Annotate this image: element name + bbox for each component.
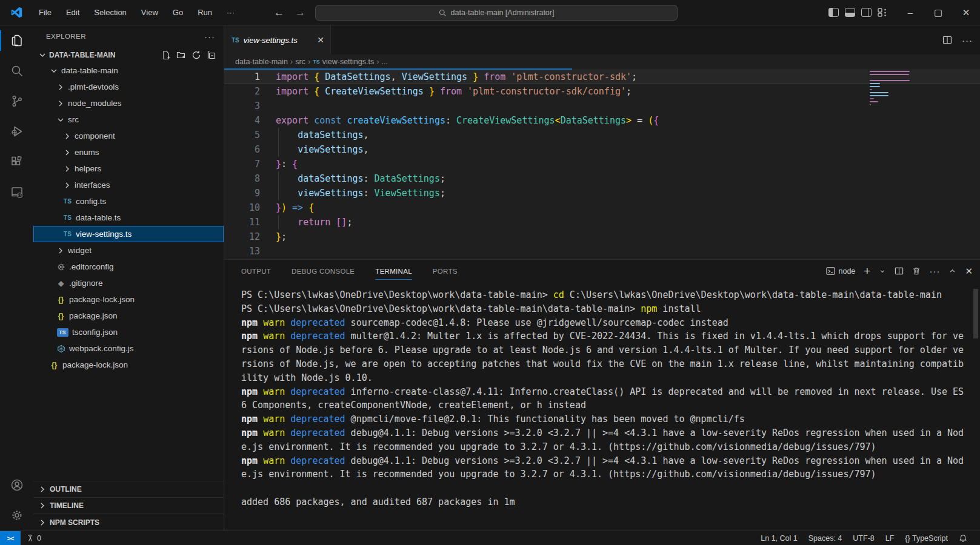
activity-explorer-icon[interactable] [0, 25, 33, 56]
toggle-sidebar-icon[interactable] [828, 8, 839, 17]
menu-run[interactable]: Run [192, 5, 218, 20]
tree-item-node-modules[interactable]: node_modules [33, 95, 224, 111]
maximize-button[interactable]: ▢ [924, 0, 952, 25]
collapse-all-icon[interactable] [207, 50, 216, 60]
explorer-more-icon[interactable]: ··· [204, 31, 215, 42]
tree-item-data-table-main[interactable]: data-table-main [33, 62, 224, 79]
tree-item-package-lock-json[interactable]: {}package-lock.json [33, 357, 224, 373]
editor-more-icon[interactable]: ··· [962, 35, 973, 45]
status-spaces-4[interactable]: Spaces: 4 [803, 531, 848, 545]
activity-extensions-icon[interactable] [0, 147, 33, 177]
tree-item-webpack-config-js[interactable]: webpack.config.js [33, 340, 224, 357]
terminal-scrollbar[interactable] [973, 289, 978, 339]
nav-back-button[interactable]: ← [274, 7, 284, 19]
maximize-panel-chevron-up-icon[interactable] [948, 267, 956, 275]
menu-selection[interactable]: Selection [88, 5, 132, 20]
menu-file[interactable]: File [33, 5, 58, 20]
close-button[interactable]: ✕ [952, 0, 980, 25]
code-editor[interactable]: 1import { DataSettings, ViewSettings } f… [224, 68, 980, 259]
line-number: 10 [224, 200, 276, 215]
panel-tab-terminal[interactable]: TERMINAL [375, 260, 412, 282]
new-folder-icon[interactable] [176, 50, 186, 60]
search-icon [439, 9, 447, 17]
json-file-icon: {} [55, 312, 67, 320]
nav-forward-button[interactable]: → [295, 7, 305, 19]
menu-go[interactable]: Go [167, 5, 189, 20]
section-timeline[interactable]: TIMELINE [33, 498, 224, 514]
panel-more-icon[interactable]: ··· [929, 266, 940, 276]
line-number: 13 [224, 244, 276, 259]
close-panel-icon[interactable]: ✕ [965, 266, 973, 277]
status-utf-8[interactable]: UTF-8 [847, 531, 879, 545]
tab-close-icon[interactable]: ✕ [317, 35, 324, 45]
code-line: 10}) => { [224, 200, 980, 215]
tree-item--editorconfig[interactable]: .editorconfig [33, 259, 224, 275]
panel-tab-output[interactable]: OUTPUT [241, 260, 271, 282]
chevron-right-icon [55, 99, 65, 108]
split-terminal-icon[interactable] [895, 266, 904, 276]
editor-progress-bar [224, 68, 572, 70]
tree-item-tsconfig-json[interactable]: TStsconfig.json [33, 324, 224, 340]
refresh-icon[interactable] [192, 50, 201, 60]
terminal-line: npm warn deprecated inferno-create-class… [241, 385, 980, 399]
section-npm-scripts[interactable]: NPM SCRIPTS [33, 514, 224, 530]
new-terminal-icon[interactable]: + [864, 265, 870, 278]
panel-tab-ports[interactable]: PORTS [433, 260, 458, 282]
terminal-line: PS C:\Users\lwkas\OneDrive\Desktop\work\… [241, 288, 980, 302]
tree-item-component[interactable]: component [33, 128, 224, 144]
activity-settings-gear-icon[interactable] [0, 500, 33, 530]
code-content: import { CreateViewSettings } from 'plmt… [276, 84, 632, 99]
command-center-search[interactable]: data-table-main [Administrator] [315, 5, 678, 21]
tree-item-src[interactable]: src [33, 111, 224, 128]
tree-item-package-json[interactable]: {}package.json [33, 308, 224, 324]
section-outline[interactable]: OUTLINE [33, 481, 224, 498]
activity-source-control-icon[interactable] [0, 86, 33, 116]
tree-item--plmt-devtools[interactable]: .plmt-devtools [33, 79, 224, 95]
code-line: 2import { CreateViewSettings } from 'plm… [224, 84, 980, 99]
notifications-bell-icon[interactable] [953, 531, 973, 545]
remote-indicator[interactable]: >< [0, 531, 21, 545]
breadcrumb-item[interactable]: view-settings.ts [322, 58, 374, 66]
terminal-instance[interactable]: node [826, 266, 856, 276]
minimap[interactable] [870, 71, 912, 110]
toggle-panel-icon[interactable] [845, 8, 855, 17]
ports-indicator[interactable]: 0 [21, 531, 47, 545]
tree-item-data-table-ts[interactable]: TSdata-table.ts [33, 210, 224, 226]
breadcrumb-item[interactable]: data-table-main [235, 58, 288, 66]
panel-tab-debug-console[interactable]: DEBUG CONSOLE [292, 260, 355, 282]
chevron-down-icon[interactable] [879, 268, 886, 275]
activity-run-debug-icon[interactable] [0, 116, 33, 147]
tab-view-settings[interactable]: TS view-settings.ts ✕ [224, 25, 331, 54]
terminal-output[interactable]: PS C:\Users\lwkas\OneDrive\Desktop\work\… [224, 282, 980, 530]
breadcrumb-item[interactable]: src [295, 58, 305, 66]
code-line: 12}; [224, 230, 980, 244]
status-ln-1-col-1[interactable]: Ln 1, Col 1 [755, 531, 802, 545]
chevron-right-icon [55, 246, 65, 256]
tree-item--gitignore[interactable]: ◆.gitignore [33, 275, 224, 291]
minimize-button[interactable]: – [896, 0, 924, 25]
activity-accounts-icon[interactable] [0, 470, 33, 500]
tree-item-enums[interactable]: enums [33, 144, 224, 160]
kill-terminal-trash-icon[interactable] [912, 266, 921, 276]
tree-item-config-ts[interactable]: TSconfig.ts [33, 193, 224, 210]
menu-view[interactable]: View [135, 5, 164, 20]
status-lf[interactable]: LF [880, 531, 900, 545]
activity-search-icon[interactable] [0, 56, 33, 86]
tree-item-package-lock-json[interactable]: {}package-lock.json [33, 291, 224, 308]
new-file-icon[interactable] [161, 50, 171, 60]
tree-item-helpers[interactable]: helpers [33, 160, 224, 177]
tree-item-interfaces[interactable]: interfaces [33, 177, 224, 193]
bottom-panel: OUTPUTDEBUG CONSOLETERMINALPORTS node + … [224, 259, 980, 530]
tree-item-widget[interactable]: widget [33, 242, 224, 259]
toggle-secondary-sidebar-icon[interactable] [861, 8, 872, 17]
workspace-section-header[interactable]: DATA-TABLE-MAIN [33, 47, 224, 62]
vscode-logo-icon [0, 7, 33, 18]
split-editor-icon[interactable] [942, 35, 952, 45]
status--typescript[interactable]: {} TypeScript [899, 531, 953, 545]
menu-edit[interactable]: Edit [60, 5, 85, 20]
menu-[interactable]: ··· [221, 5, 241, 20]
tree-item-view-settings-ts[interactable]: TSview-settings.ts [33, 226, 224, 242]
customize-layout-icon[interactable] [878, 8, 888, 17]
breadcrumb-item[interactable]: ... [382, 58, 388, 66]
activity-remote-explorer-icon[interactable] [0, 177, 33, 207]
